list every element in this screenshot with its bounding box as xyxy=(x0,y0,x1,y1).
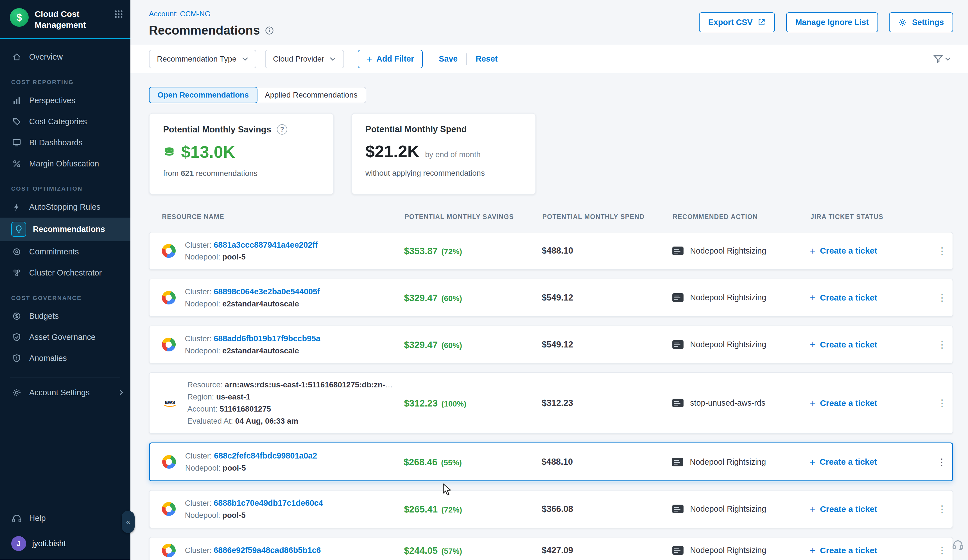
tab-open-recommendations[interactable]: Open Recommendations xyxy=(149,87,257,103)
breadcrumb-account[interactable]: Account: CCM-NG xyxy=(149,10,211,18)
filter-bar: Recommendation Type Cloud Provider + Add… xyxy=(131,45,968,73)
table-row[interactable]: Cluster: 688add6fb019b17f9bccb95aNodepoo… xyxy=(149,326,953,364)
row-menu-icon[interactable]: ⋮ xyxy=(932,545,953,556)
savings-cell: $312.23(100%) xyxy=(404,398,542,409)
create-ticket-button[interactable]: +Create a ticket xyxy=(810,545,932,555)
cloud-provider-dropdown[interactable]: Cloud Provider xyxy=(265,50,344,68)
row-menu-icon[interactable]: ⋮ xyxy=(932,292,953,303)
resource-link[interactable]: 68898c064e3e2ba0e544005f xyxy=(214,287,320,296)
sidebar-item-asset-governance[interactable]: Asset Governance xyxy=(0,326,131,348)
resource-value: 511616801275 xyxy=(219,404,271,413)
recommended-action-cell: Nodepool Rightsizing xyxy=(672,340,810,349)
spend-cell: $427.09 xyxy=(542,545,672,555)
support-chat-icon[interactable] xyxy=(952,539,964,552)
gear-icon xyxy=(898,18,907,27)
sidebar-item-account-settings[interactable]: Account Settings xyxy=(0,382,131,403)
tab-applied-recommendations[interactable]: Applied Recommendations xyxy=(257,88,366,103)
action-type-icon xyxy=(672,398,684,408)
save-filter-link[interactable]: Save xyxy=(439,54,457,63)
sidebar-item-label: Account Settings xyxy=(29,388,90,397)
table-row[interactable]: awsResource: arn:aws:rds:us-east-1:51161… xyxy=(149,372,953,434)
gcp-provider-icon xyxy=(162,244,176,258)
sidebar-item-help[interactable]: Help xyxy=(0,508,131,529)
sidebar-item-label: Cost Categories xyxy=(29,117,87,126)
resource-link[interactable]: 688c2fefc84fbdc99801a0a2 xyxy=(214,451,317,460)
svg-text:aws: aws xyxy=(165,399,175,405)
resource-value: us-east-1 xyxy=(216,393,250,401)
user-profile[interactable]: J jyoti.bisht xyxy=(0,529,131,560)
manage-ignore-list-button[interactable]: Manage Ignore List xyxy=(786,12,878,32)
help-circle-icon[interactable]: ? xyxy=(277,124,288,135)
savings-subtitle: from 621 recommendations xyxy=(163,169,320,178)
page-header: Account: CCM-NG Recommendations Export C… xyxy=(131,0,968,45)
action-type-icon xyxy=(672,340,684,349)
resource-link[interactable]: 6888b1c70e49db17c1de60c4 xyxy=(214,499,323,507)
recommended-action-cell: Nodepool Rightsizing xyxy=(672,457,809,467)
sidebar-item-margin-obfuscation[interactable]: Margin Obfuscation xyxy=(0,153,131,174)
sidebar-item-label: Margin Obfuscation xyxy=(29,159,99,168)
spend-cell: $549.12 xyxy=(542,293,672,303)
recommendations-table: Cluster: 6881a3ccc887941a4ee202ffNodepoo… xyxy=(149,232,953,560)
create-ticket-button[interactable]: +Create a ticket xyxy=(810,246,932,256)
row-menu-icon[interactable]: ⋮ xyxy=(932,504,953,514)
recommended-action-cell: Nodepool Rightsizing xyxy=(672,293,810,302)
sidebar-item-perspectives[interactable]: Perspectives xyxy=(0,90,131,111)
resource-link[interactable]: 688add6fb019b17f9bccb95a xyxy=(214,334,320,343)
page-title: Recommendations xyxy=(149,23,260,37)
add-filter-button[interactable]: + Add Filter xyxy=(358,50,423,68)
sidebar-collapse-handle[interactable]: « xyxy=(122,511,134,533)
info-icon[interactable] xyxy=(265,26,274,35)
row-menu-icon[interactable]: ⋮ xyxy=(932,339,953,350)
sidebar-item-cluster-orchestrator[interactable]: Cluster Orchestrator xyxy=(0,262,131,283)
chevron-right-icon xyxy=(118,389,124,396)
filter-icon[interactable] xyxy=(933,54,951,64)
create-ticket-button[interactable]: +Create a ticket xyxy=(810,340,932,350)
gcp-provider-icon xyxy=(162,455,176,469)
external-link-icon xyxy=(757,18,766,27)
resource-link[interactable]: 6881a3ccc887941a4ee202ff xyxy=(214,240,318,249)
sidebar-item-anomalies[interactable]: Anomalies xyxy=(0,348,131,369)
export-csv-button[interactable]: Export CSV xyxy=(699,12,775,32)
resource-detail-line: Nodepool: pool-5 xyxy=(185,251,318,263)
sidebar-item-overview[interactable]: Overview xyxy=(0,46,131,68)
create-ticket-button[interactable]: +Create a ticket xyxy=(810,398,932,408)
row-menu-icon[interactable]: ⋮ xyxy=(931,457,952,467)
create-ticket-button[interactable]: +Create a ticket xyxy=(810,504,932,514)
percent-icon xyxy=(11,158,23,169)
settings-button[interactable]: Settings xyxy=(889,12,953,32)
reset-filter-link[interactable]: Reset xyxy=(476,54,497,63)
sidebar-item-bi-dashboards[interactable]: BI Dashboards xyxy=(0,132,131,153)
resource-cell: Cluster: 6886e92f59a48cad86b5b1c6 xyxy=(162,544,404,557)
spend-cell: $549.12 xyxy=(542,340,672,350)
resource-value: pool-5 xyxy=(223,464,246,472)
sidebar-item-budgets[interactable]: Budgets xyxy=(0,306,131,326)
recommended-action-cell: Nodepool Rightsizing xyxy=(672,546,810,555)
row-menu-icon[interactable]: ⋮ xyxy=(932,245,953,257)
resource-value: e2standar4autoscale xyxy=(222,300,299,308)
table-row[interactable]: Cluster: 688c2fefc84fbdc99801a0a2Nodepoo… xyxy=(149,442,953,481)
sidebar-item-commitments[interactable]: Commitments xyxy=(0,241,131,262)
row-menu-icon[interactable]: ⋮ xyxy=(932,398,953,408)
column-potential-monthly-spend: POTENTIAL MONTHLY SPEND xyxy=(542,213,673,221)
resource-link[interactable]: 6886e92f59a48cad86b5b1c6 xyxy=(214,546,321,555)
create-ticket-button[interactable]: +Create a ticket xyxy=(809,457,931,467)
module-grid-icon[interactable] xyxy=(115,9,123,20)
resource-value: 04 Aug, 06:33 am xyxy=(235,417,298,425)
table-row[interactable]: Cluster: 6888b1c70e49db17c1de60c4Nodepoo… xyxy=(149,490,953,528)
nav-section-label: COST GOVERNANCE xyxy=(11,295,131,302)
spend-note: by end of month xyxy=(425,150,481,159)
recommendation-type-dropdown[interactable]: Recommendation Type xyxy=(149,50,256,68)
content-area: Open Recommendations Applied Recommendat… xyxy=(131,73,968,560)
sidebar-item-autostopping-rules[interactable]: AutoStopping Rules xyxy=(0,197,131,218)
resource-detail-line: Nodepool: e2standar4autoscale xyxy=(185,298,320,310)
sidebar-item-cost-categories[interactable]: Cost Categories xyxy=(0,111,131,132)
sidebar-item-label: BI Dashboards xyxy=(29,138,83,147)
resource-value: e2standar4autoscale xyxy=(222,346,299,355)
header-actions: Export CSV Manage Ignore List Settings xyxy=(699,7,953,45)
table-row[interactable]: Cluster: 68898c064e3e2ba0e544005fNodepoo… xyxy=(149,278,953,317)
sidebar-item-recommendations[interactable]: Recommendations xyxy=(0,218,131,241)
table-row[interactable]: Cluster: 6886e92f59a48cad86b5b1c6$244.05… xyxy=(149,537,953,560)
create-ticket-button[interactable]: +Create a ticket xyxy=(810,293,932,303)
gear-icon xyxy=(11,387,23,398)
table-row[interactable]: Cluster: 6881a3ccc887941a4ee202ffNodepoo… xyxy=(149,232,953,270)
